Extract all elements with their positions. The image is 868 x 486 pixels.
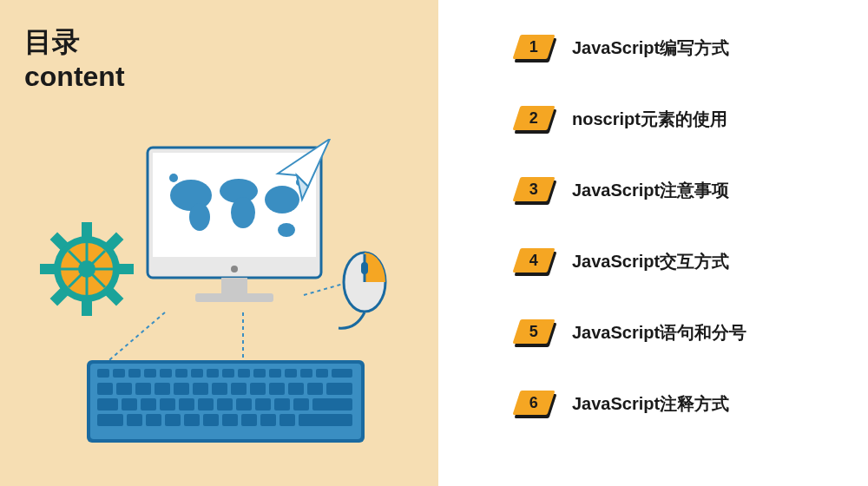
toc-badge: 2 [516, 106, 553, 132]
svg-rect-65 [307, 383, 323, 395]
svg-rect-82 [165, 414, 181, 426]
computer-illustration [35, 139, 408, 469]
svg-rect-29 [195, 293, 273, 302]
svg-rect-46 [222, 369, 234, 378]
svg-rect-74 [236, 398, 252, 410]
svg-line-0 [104, 312, 165, 364]
svg-rect-66 [326, 383, 352, 395]
svg-point-24 [265, 186, 299, 213]
svg-rect-75 [255, 398, 271, 410]
svg-point-26 [169, 174, 178, 182]
title-block: 目录 content [24, 24, 125, 94]
title-cn: 目录 [24, 24, 125, 59]
toc-label: JavaScript交互方式 [572, 250, 729, 273]
svg-rect-39 [113, 369, 125, 378]
toc-item-2: 2 noscript元素的使用 [516, 106, 868, 132]
svg-rect-8 [82, 300, 92, 316]
toc-label: noscript元素的使用 [572, 108, 727, 131]
svg-rect-68 [122, 398, 137, 410]
svg-rect-4 [82, 222, 92, 238]
svg-rect-89 [299, 414, 352, 426]
svg-rect-69 [141, 398, 156, 410]
toc-badge: 3 [516, 177, 553, 203]
svg-rect-64 [288, 383, 304, 395]
toc-label: JavaScript注释方式 [572, 392, 729, 416]
toc-number: 4 [529, 252, 538, 270]
toc-label: JavaScript编写方式 [572, 36, 729, 60]
toc-number: 2 [529, 109, 538, 128]
svg-rect-63 [269, 383, 285, 395]
svg-point-25 [278, 223, 295, 237]
svg-rect-84 [203, 414, 219, 426]
svg-rect-71 [179, 398, 194, 410]
svg-rect-38 [97, 369, 109, 378]
svg-rect-81 [146, 414, 161, 426]
svg-rect-40 [128, 369, 141, 378]
svg-rect-50 [285, 369, 297, 378]
toc-badge: 1 [516, 35, 553, 61]
svg-rect-57 [155, 383, 170, 395]
svg-rect-78 [312, 398, 352, 410]
svg-rect-88 [279, 414, 295, 426]
svg-rect-87 [260, 414, 276, 426]
right-panel: 1 JavaScript编写方式 2 noscript元素的使用 3 JavaS… [438, 0, 868, 486]
svg-rect-52 [316, 369, 328, 378]
toc-item-3: 3 JavaScript注意事项 [516, 177, 868, 203]
svg-rect-43 [175, 369, 187, 378]
svg-rect-56 [135, 383, 151, 395]
svg-rect-47 [238, 369, 250, 378]
toc-list: 1 JavaScript编写方式 2 noscript元素的使用 3 JavaS… [516, 35, 868, 417]
svg-rect-86 [241, 414, 257, 426]
svg-point-23 [231, 197, 255, 228]
svg-rect-77 [293, 398, 309, 410]
svg-rect-42 [160, 369, 172, 378]
svg-rect-61 [231, 383, 247, 395]
svg-rect-73 [217, 398, 233, 410]
toc-item-5: 5 JavaScript语句和分号 [516, 319, 868, 345]
svg-rect-45 [207, 369, 219, 378]
svg-rect-72 [198, 398, 214, 410]
toc-number: 6 [529, 394, 538, 412]
svg-rect-60 [212, 383, 227, 395]
toc-label: JavaScript语句和分号 [572, 321, 746, 345]
toc-item-6: 6 JavaScript注释方式 [516, 391, 868, 417]
toc-number: 1 [529, 38, 538, 56]
svg-rect-58 [174, 383, 189, 395]
svg-point-30 [231, 266, 238, 273]
svg-rect-48 [253, 369, 266, 378]
svg-rect-44 [191, 369, 203, 378]
left-panel: 目录 content [0, 0, 438, 486]
toc-badge: 5 [516, 319, 553, 345]
svg-rect-6 [118, 264, 134, 274]
svg-rect-85 [222, 414, 238, 426]
svg-rect-70 [160, 398, 175, 410]
toc-badge: 6 [516, 391, 553, 417]
svg-rect-62 [250, 383, 266, 395]
svg-rect-28 [221, 278, 247, 293]
toc-badge: 4 [516, 248, 553, 274]
toc-item-1: 1 JavaScript编写方式 [516, 35, 868, 61]
svg-rect-83 [184, 414, 200, 426]
svg-rect-67 [97, 398, 118, 410]
svg-rect-35 [361, 262, 368, 274]
svg-rect-53 [332, 369, 352, 378]
toc-number: 3 [529, 181, 538, 199]
svg-rect-54 [97, 383, 113, 395]
title-en: content [24, 59, 125, 94]
svg-rect-76 [274, 398, 290, 410]
svg-rect-51 [300, 369, 312, 378]
toc-label: JavaScript注意事项 [572, 179, 729, 202]
svg-rect-49 [269, 369, 281, 378]
toc-number: 5 [529, 323, 538, 341]
svg-rect-10 [40, 264, 56, 274]
svg-rect-79 [97, 414, 123, 426]
svg-point-21 [189, 203, 210, 231]
svg-rect-59 [193, 383, 208, 395]
svg-rect-80 [127, 414, 142, 426]
svg-rect-55 [116, 383, 132, 395]
toc-item-4: 4 JavaScript交互方式 [516, 248, 868, 274]
svg-rect-41 [144, 369, 156, 378]
